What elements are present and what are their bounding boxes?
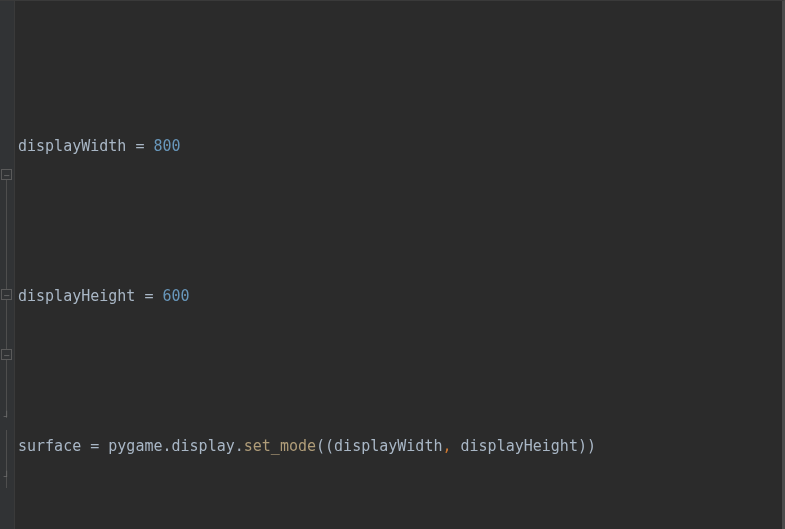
- fold-end-1[interactable]: ┘: [1, 411, 12, 422]
- fold-marker-for[interactable]: −: [1, 289, 12, 300]
- number-literal: 600: [163, 287, 190, 305]
- operator: =: [90, 437, 99, 455]
- gutter: − − − ┘ ┘: [0, 1, 15, 529]
- identifier: surface: [18, 437, 90, 455]
- code-line[interactable]: displayHeight = 600: [18, 281, 782, 311]
- space: [153, 287, 162, 305]
- fold-line-3: [6, 360, 7, 418]
- identifier: displayWidth: [18, 137, 135, 155]
- comma: ,: [442, 437, 460, 455]
- code-editor[interactable]: − − − ┘ ┘ displayWidth = 800 displayHeig…: [0, 0, 785, 529]
- punct: ((displayWidth: [316, 437, 442, 455]
- identifier: displayHeight)): [461, 437, 596, 455]
- number-literal: 800: [153, 137, 180, 155]
- code-line[interactable]: surface = pygame.display.set_mode((displ…: [18, 431, 782, 461]
- fold-end-2[interactable]: ┘: [1, 471, 12, 482]
- fold-marker-while[interactable]: −: [1, 169, 12, 180]
- code-line[interactable]: displayWidth = 800: [18, 131, 782, 161]
- identifier: displayHeight: [18, 287, 144, 305]
- fold-marker-if[interactable]: −: [1, 349, 12, 360]
- code-area[interactable]: displayWidth = 800 displayHeight = 600 s…: [14, 1, 782, 529]
- fold-line-1: [6, 180, 7, 298]
- identifier: pygame.display.: [99, 437, 244, 455]
- function-name: set_mode: [244, 437, 316, 455]
